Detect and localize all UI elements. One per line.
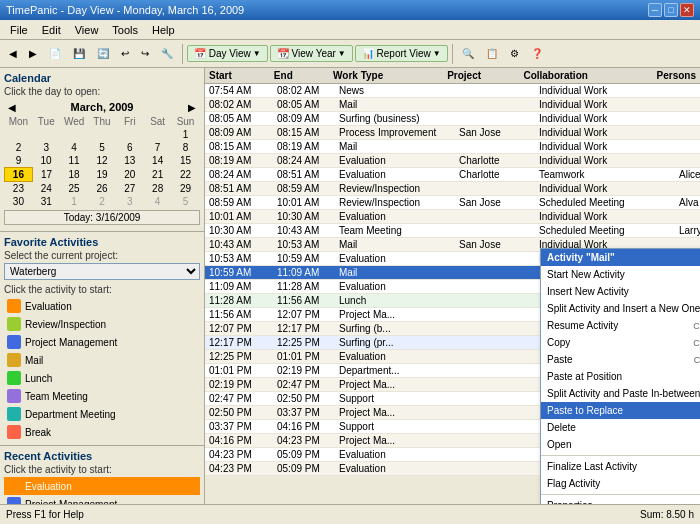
context-menu-item[interactable]: DeleteDel [541,419,700,436]
cal-day-cell[interactable]: 1 [60,195,88,208]
table-row[interactable]: 08:15 AM08:19 AMMailIndividual Work [205,140,700,154]
cal-day-cell[interactable]: 23 [5,182,33,196]
cal-day-cell[interactable]: 29 [172,182,200,196]
cal-day-cell[interactable]: 10 [32,154,60,168]
menu-file[interactable]: File [4,22,34,38]
toolbar-extra-btn1[interactable]: 🔍 [457,45,479,62]
context-menu-item[interactable]: Properties ... [541,497,700,504]
cal-day-cell[interactable]: 27 [116,182,144,196]
close-button[interactable]: ✕ [680,3,694,17]
menu-edit[interactable]: Edit [36,22,67,38]
cal-day-cell[interactable]: 5 [88,141,116,154]
toolbar-icons-btn[interactable]: 🔧 [156,45,178,62]
favorite-activity-item[interactable]: Break [4,423,200,441]
cal-day-cell[interactable]: 15 [172,154,200,168]
table-row[interactable]: 10:30 AM10:43 AMTeam MeetingScheduled Me… [205,224,700,238]
cal-day-cell[interactable]: 2 [88,195,116,208]
toolbar-save-btn[interactable]: 💾 [68,45,90,62]
context-menu-item[interactable]: Start New ActivityIns [541,266,700,283]
favorite-activity-item[interactable]: Evaluation [4,297,200,315]
activity-label: Team Meeting [25,391,88,402]
table-row[interactable]: 10:01 AM10:30 AMEvaluationIndividual Wor… [205,210,700,224]
cal-day-cell[interactable]: 13 [116,154,144,168]
toolbar-extra-btn3[interactable]: ⚙ [505,45,524,62]
favorite-activity-item[interactable]: Project Management [4,333,200,351]
cal-day-cell[interactable]: 28 [144,182,172,196]
toolbar-back-btn[interactable]: ◀ [4,45,22,62]
day-view-button[interactable]: 📅 Day View ▼ [187,45,268,62]
cal-day-cell[interactable]: 11 [60,154,88,168]
cal-day-cell[interactable]: 3 [116,195,144,208]
minimize-button[interactable]: ─ [648,3,662,17]
recent-activity-item[interactable]: Project Management [4,495,200,504]
favorite-activity-item[interactable]: Team Meeting [4,387,200,405]
cal-prev-btn[interactable]: ◀ [4,102,20,113]
cal-day-cell[interactable]: 14 [144,154,172,168]
toolbar-extra-btn2[interactable]: 📋 [481,45,503,62]
cal-day-cell[interactable]: 31 [32,195,60,208]
cal-day-cell[interactable]: 2 [5,141,33,154]
cal-day-cell[interactable]: 16 [5,168,33,182]
cal-day-cell[interactable]: 18 [60,168,88,182]
cal-next-btn[interactable]: ▶ [184,102,200,113]
context-menu-item[interactable]: PasteCtrl+V [541,351,700,368]
table-row[interactable]: 08:51 AM08:59 AMReview/InspectionIndivid… [205,182,700,196]
cal-day-cell[interactable]: 21 [144,168,172,182]
cal-day-cell[interactable]: 8 [172,141,200,154]
table-row[interactable]: 08:19 AM08:24 AMEvaluationCharlotteIndiv… [205,154,700,168]
table-row[interactable]: 08:24 AM08:51 AMEvaluationCharlotteTeamw… [205,168,700,182]
toolbar-new-btn[interactable]: 📄 [44,45,66,62]
cal-day-cell[interactable]: 3 [32,141,60,154]
today-button[interactable]: Today: 3/16/2009 [4,210,200,225]
recent-activity-item[interactable]: Evaluation [4,477,200,495]
table-row[interactable]: 08:05 AM08:09 AMSurfing (business)Indivi… [205,112,700,126]
maximize-button[interactable]: □ [664,3,678,17]
context-menu-item[interactable]: Paste to Replace [541,402,700,419]
toolbar-redo-btn[interactable]: ↪ [136,45,154,62]
table-row[interactable]: 08:59 AM10:01 AMReview/InspectionSan Jos… [205,196,700,210]
table-cell: 08:59 AM [205,196,273,209]
favorite-activity-item[interactable]: Lunch [4,369,200,387]
report-view-button[interactable]: 📊 Report View ▼ [355,45,448,62]
table-row[interactable]: 08:09 AM08:15 AMProcess ImprovementSan J… [205,126,700,140]
cal-day-cell[interactable]: 7 [144,141,172,154]
cal-day-cell[interactable]: 1 [172,128,200,141]
toolbar-extra-btn4[interactable]: ❓ [526,45,548,62]
context-menu-item[interactable]: Insert New Activity [541,283,700,300]
cal-day-cell[interactable]: 4 [60,141,88,154]
table-row[interactable]: 07:54 AM08:02 AMNewsIndividual Work [205,84,700,98]
cal-day-cell[interactable]: 19 [88,168,116,182]
cal-day-cell[interactable]: 17 [32,168,60,182]
cal-day-cell[interactable]: 6 [116,141,144,154]
table-row[interactable]: 08:02 AM08:05 AMMailIndividual Work [205,98,700,112]
context-menu-item[interactable]: CopyCtrl+C [541,334,700,351]
cal-day-cell[interactable]: 5 [172,195,200,208]
project-select[interactable]: Waterberg [4,263,200,280]
cal-day-cell[interactable]: 30 [5,195,33,208]
cal-day-cell[interactable]: 20 [116,168,144,182]
context-menu-item[interactable]: Open [541,436,700,453]
favorite-activity-item[interactable]: Department Meeting [4,405,200,423]
context-menu-item[interactable]: Split Activity and Insert a New One [541,300,700,317]
menu-tools[interactable]: Tools [106,22,144,38]
context-menu-item[interactable]: Paste at Position [541,368,700,385]
menu-view[interactable]: View [69,22,105,38]
cal-day-cell[interactable]: 4 [144,195,172,208]
favorite-activity-item[interactable]: Mail [4,351,200,369]
toolbar-undo-btn[interactable]: ↩ [116,45,134,62]
cal-day-cell[interactable]: 25 [60,182,88,196]
context-menu-item[interactable]: Resume ActivityCtrl+R [541,317,700,334]
context-menu-item[interactable]: Finalize Last ActivityF5 [541,458,700,475]
toolbar-forward-btn[interactable]: ▶ [24,45,42,62]
favorite-activity-item[interactable]: Review/Inspection [4,315,200,333]
menu-help[interactable]: Help [146,22,181,38]
toolbar-refresh-btn[interactable]: 🔄 [92,45,114,62]
context-menu-item[interactable]: Flag Activity▶ [541,475,700,492]
cal-day-cell[interactable]: 26 [88,182,116,196]
cal-day-cell[interactable]: 9 [5,154,33,168]
view-year-button[interactable]: 📆 View Year ▼ [270,45,353,62]
cal-day-cell[interactable]: 24 [32,182,60,196]
cal-day-cell[interactable]: 22 [172,168,200,182]
cal-day-cell[interactable]: 12 [88,154,116,168]
context-menu-item[interactable]: Split Activity and Paste In-between [541,385,700,402]
